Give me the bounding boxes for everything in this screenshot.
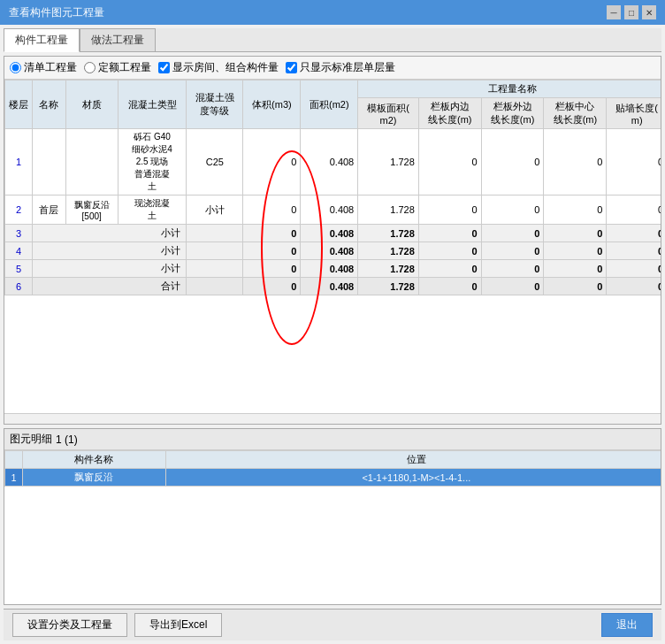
cell-material-1 <box>65 129 118 196</box>
cell-wall-6: 0 <box>607 278 661 295</box>
quantity-table: 楼层 名称 材质 混凝土类型 混凝土强度等级 体积(m3) 面积(m2) 工程量… <box>4 80 661 295</box>
cell-grade-4 <box>187 242 243 260</box>
cell-center-4: 0 <box>544 242 607 260</box>
cell-outer-5: 0 <box>481 260 544 278</box>
cell-area-5: 0.408 <box>301 260 358 278</box>
bottom-table-row[interactable]: 1 飘窗反沿 <1-1+1180,1-M><1-4-1... <box>5 469 661 487</box>
bottom-section: 图元明细 1 (1) 构件名称 位置 1 飘窗反沿 <1-1+1180,1-M>… <box>4 428 661 605</box>
cell-material-2: 现浇混凝土 <box>118 196 186 225</box>
table-row: 1 砾石 G40细砂水泥42.5 现场普通混凝土 C25 0 0.408 1.7… <box>5 129 661 196</box>
toolbar: 清单工程量 定额工程量 显示房间、组合构件量 只显示标准层单层量 <box>4 57 661 80</box>
cell-volume-1: 0 <box>243 129 301 196</box>
col-header-volume: 体积(m3) <box>243 80 301 129</box>
cell-outer-6: 0 <box>481 278 544 295</box>
settings-button[interactable]: 设置分类及工程量 <box>12 613 127 637</box>
cell-inner-1: 0 <box>418 129 481 196</box>
cell-form-area-5: 1.728 <box>358 260 419 278</box>
tab-bar: 构件工程量 做法工程量 <box>4 28 661 52</box>
col-header-center: 栏板中心线长度(m) <box>544 98 607 129</box>
cell-center-6: 0 <box>544 278 607 295</box>
cell-wall-1: 0 <box>607 129 661 196</box>
table-row-total: 6 合计 0 0.408 1.728 0 0 0 0 <box>5 278 661 295</box>
table-container: 楼层 名称 材质 混凝土类型 混凝土强度等级 体积(m3) 面积(m2) 工程量… <box>4 80 661 413</box>
radio-dinge[interactable]: 定额工程量 <box>84 60 151 75</box>
row-num-3: 3 <box>5 225 33 242</box>
cell-grade-5 <box>187 260 243 278</box>
cell-concrete-type-1: 砾石 G40细砂水泥42.5 现场普通混凝土 <box>118 129 186 196</box>
cell-center-3: 0 <box>544 225 607 242</box>
title-controls: ─ □ ✕ <box>607 5 656 19</box>
minimize-button[interactable]: ─ <box>607 5 621 19</box>
bottom-header: 图元明细 1 (1) <box>4 429 661 450</box>
bottom-table-container: 构件名称 位置 1 飘窗反沿 <1-1+1180,1-M><1-4-1... <box>4 450 661 604</box>
cell-form-area-1: 1.728 <box>358 129 419 196</box>
table-row-subtotal-3: 3 小计 0 0.408 1.728 0 0 0 0 <box>5 225 661 242</box>
title-bar: 查看构件图元工程量 ─ □ ✕ <box>0 0 665 25</box>
maximize-button[interactable]: □ <box>624 5 638 19</box>
total-label: 合计 <box>33 278 187 295</box>
cell-form-area-4: 1.728 <box>358 242 419 260</box>
cell-inner-5: 0 <box>418 260 481 278</box>
cell-wall-2: 0 <box>607 196 661 225</box>
bottom-title: 图元明细 <box>10 432 52 447</box>
cell-center-5: 0 <box>544 260 607 278</box>
cell-wall-3: 0 <box>607 225 661 242</box>
bottom-table: 构件名称 位置 1 飘窗反沿 <1-1+1180,1-M><1-4-1... <box>4 450 661 487</box>
col-header-form-area: 模板面积(m2) <box>358 98 419 129</box>
cell-outer-1: 0 <box>481 129 544 196</box>
cell-name-2: 飘窗反沿[500] <box>65 196 118 225</box>
col-header-outer: 栏板外边线长度(m) <box>481 98 544 129</box>
subtotal-label-4: 小计 <box>33 242 187 260</box>
col-group-header: 工程量名称 <box>358 80 661 98</box>
table-row-subtotal-4: 4 小计 0 0.408 1.728 0 0 0 0 <box>5 242 661 260</box>
main-container: 构件工程量 做法工程量 清单工程量 定额工程量 显示房间、组合构件量 只显示标准… <box>0 25 665 644</box>
bottom-cell-name: 飘窗反沿 <box>23 469 166 487</box>
col-header-material: 材质 <box>65 80 118 129</box>
cell-outer-2: 0 <box>481 196 544 225</box>
cell-form-area-6: 1.728 <box>358 278 419 295</box>
bottom-count: 1 (1) <box>56 433 78 446</box>
row-num-4: 4 <box>5 242 33 260</box>
checkbox-standard-floor[interactable]: 只显示标准层单层量 <box>286 60 395 75</box>
tab-component-quantity[interactable]: 构件工程量 <box>4 28 80 52</box>
table-row: 2 首层 飘窗反沿[500] 现浇混凝土 小计 0 0.408 1.728 0 … <box>5 196 661 225</box>
radio-qingdan[interactable]: 清单工程量 <box>10 60 77 75</box>
cell-volume-3: 0 <box>243 225 301 242</box>
subtotal-label-5: 小计 <box>33 260 187 278</box>
horizontal-scrollbar[interactable] <box>4 413 661 424</box>
cell-wall-4: 0 <box>607 242 661 260</box>
cell-volume-5: 0 <box>243 260 301 278</box>
bottom-row-num: 1 <box>5 469 23 487</box>
window-title: 查看构件图元工程量 <box>9 5 104 20</box>
close-button[interactable]: ✕ <box>642 5 656 19</box>
tab-method-quantity[interactable]: 做法工程量 <box>80 28 156 51</box>
cell-form-area-2: 1.728 <box>358 196 419 225</box>
cell-outer-3: 0 <box>481 225 544 242</box>
bottom-col-position: 位置 <box>165 451 661 469</box>
cell-grade-6 <box>187 278 243 295</box>
col-header-name: 名称 <box>33 80 66 129</box>
cell-center-1: 0 <box>544 129 607 196</box>
cell-area-2: 0.408 <box>301 196 358 225</box>
cell-grade-1: C25 <box>187 129 243 196</box>
export-button[interactable]: 导出到Excel <box>134 613 222 637</box>
cell-outer-4: 0 <box>481 242 544 260</box>
footer: 设置分类及工程量 导出到Excel 退出 <box>4 609 661 640</box>
row-num-1: 1 <box>5 129 33 196</box>
col-header-area: 面积(m2) <box>301 80 358 129</box>
cell-volume-2: 0 <box>243 196 301 225</box>
cell-name-1 <box>33 129 66 196</box>
cell-area-3: 0.408 <box>301 225 358 242</box>
exit-button[interactable]: 退出 <box>601 613 653 637</box>
col-header-inner: 栏板内边线长度(m) <box>418 98 481 129</box>
cell-wall-5: 0 <box>607 260 661 278</box>
col-header-concrete-type: 混凝土类型 <box>118 80 186 129</box>
cell-form-area-3: 1.728 <box>358 225 419 242</box>
cell-center-2: 0 <box>544 196 607 225</box>
checkbox-show-rooms[interactable]: 显示房间、组合构件量 <box>158 60 279 75</box>
cell-volume-4: 0 <box>243 242 301 260</box>
cell-inner-3: 0 <box>418 225 481 242</box>
cell-inner-6: 0 <box>418 278 481 295</box>
subtotal-label-3: 小计 <box>33 225 187 242</box>
row-num-6: 6 <box>5 278 33 295</box>
